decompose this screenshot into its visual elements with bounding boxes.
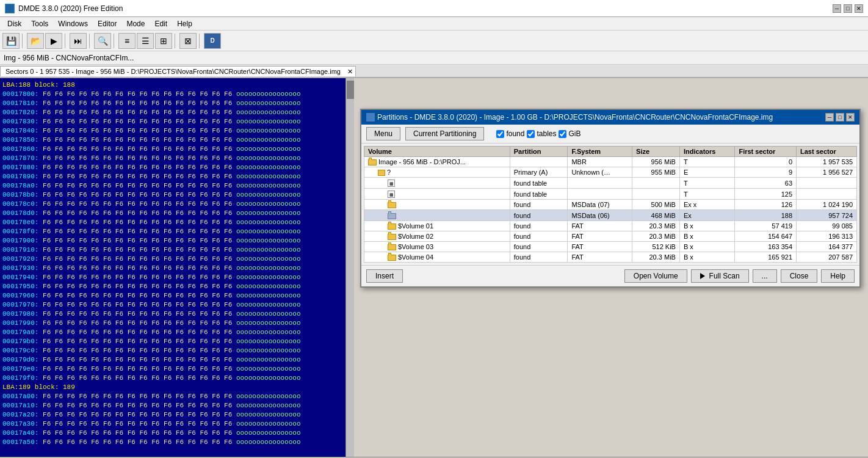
hex-line: 00017900: F6 F6 F6 F6 F6 F6 F6 F6 F6 F6 …	[2, 236, 352, 245]
dialog-maximize-btn[interactable]: □	[836, 113, 844, 122]
table-row[interactable]: ▦ found table T 125	[364, 189, 857, 200]
toolbar-grid-btn[interactable]: ⊞	[155, 33, 172, 49]
found-checkbox[interactable]	[496, 130, 504, 138]
dialog-title-controls[interactable]: ─ □ ✕	[825, 113, 855, 122]
menu-mode[interactable]: Mode	[121, 18, 150, 29]
cell-indicators: E	[679, 167, 734, 178]
dialog-title-bar: Partitions - DMDE 3.8.0 (2020) - Image -…	[361, 110, 859, 125]
menu-editor[interactable]: Editor	[93, 18, 121, 29]
dialog-close-btn[interactable]: ✕	[846, 113, 855, 122]
main-tab[interactable]: Sectors 0 - 1 957 535 - Image - 956 MiB …	[0, 66, 356, 76]
tab-bar: Sectors 0 - 1 957 535 - Image - 956 MiB …	[0, 65, 868, 78]
cell-partition: found	[510, 220, 568, 231]
hex-scrollbar-thumb[interactable]	[347, 81, 354, 99]
hex-line: 000178e0: F6 F6 F6 F6 F6 F6 F6 F6 F6 F6 …	[2, 218, 352, 227]
cell-volume: $Volume 03	[364, 241, 510, 252]
ellipsis-btn[interactable]: ...	[753, 269, 777, 283]
menu-dialog-btn[interactable]: Menu	[366, 127, 400, 140]
app-title: DMDE 3.8.0 (2020) Free Edition	[18, 4, 123, 13]
hex-line: 00017860: F6 F6 F6 F6 F6 F6 F6 F6 F6 F6 …	[2, 145, 352, 154]
table-row[interactable]: ? Primary (A) Unknown (… 955 MiB E 9 1 9…	[364, 167, 857, 178]
minimize-button[interactable]: ─	[833, 4, 841, 13]
hex-scrollbar[interactable]	[345, 78, 354, 457]
open-volume-btn[interactable]: Open Volume	[624, 269, 687, 283]
gib-checkbox-text: GiB	[568, 129, 580, 138]
table-row[interactable]: found MSData (07) 500 MiB Ex x 126 1 024…	[364, 200, 857, 210]
toolbar-disk-btn[interactable]: 💾	[2, 33, 20, 49]
cell-volume	[364, 200, 510, 210]
hex-line: 00017960: F6 F6 F6 F6 F6 F6 F6 F6 F6 F6 …	[2, 291, 352, 300]
close-button[interactable]: ✕	[855, 4, 863, 13]
hex-line: 00017930: F6 F6 F6 F6 F6 F6 F6 F6 F6 F6 …	[2, 264, 352, 273]
partitions-table-container[interactable]: Volume Partition F.System Size Indicator…	[361, 144, 859, 265]
menu-edit[interactable]: Edit	[150, 18, 172, 29]
cell-first-sector: 163 354	[735, 241, 797, 252]
toolbar-play-btn[interactable]: ▶	[45, 33, 62, 49]
dialog-minimize-btn[interactable]: ─	[825, 113, 834, 122]
toolbar-list2-btn[interactable]: ☰	[137, 33, 154, 49]
title-bar-left: DMDE 3.8.0 (2020) Free Edition	[5, 4, 123, 13]
cell-size: 20.3 MiB	[632, 231, 680, 241]
partitions-table: Volume Partition F.System Size Indicator…	[364, 146, 857, 263]
folder-small-icon	[378, 170, 385, 176]
full-scan-btn[interactable]: Full Scan	[691, 269, 749, 283]
hex-line: 00017a00: F6 F6 F6 F6 F6 F6 F6 F6 F6 F6 …	[2, 392, 352, 401]
folder-icon	[388, 224, 396, 230]
toolbar-open-btn[interactable]: 📂	[27, 33, 44, 49]
found-checkbox-label[interactable]: found	[496, 129, 524, 138]
gib-checkbox-label[interactable]: GiB	[559, 129, 580, 138]
table-row[interactable]: Image - 956 MiB - D:\PROJ... MBR 956 MiB…	[364, 157, 857, 167]
breadcrumb-bar: Img - 956 MiB - CNCNovaFrontaCFIm...	[0, 51, 868, 65]
table-icon: ▦	[388, 191, 395, 198]
partitions-dialog[interactable]: Partitions - DMDE 3.8.0 (2020) - Image -…	[360, 109, 861, 288]
menu-help[interactable]: Help	[172, 18, 197, 29]
maximize-button[interactable]: □	[844, 4, 852, 13]
found-checkbox-text: found	[506, 129, 524, 138]
dialog-title-text: Partitions - DMDE 3.8.0 (2020) - Image -…	[377, 113, 773, 122]
toolbar-step-btn[interactable]: ⏭	[70, 33, 87, 49]
table-row[interactable]: $Volume 01 found FAT 20.3 MiB B x 57 419…	[364, 220, 857, 231]
gib-checkbox[interactable]	[559, 130, 566, 138]
cell-size: 956 MiB	[632, 157, 680, 167]
tables-checkbox[interactable]	[527, 130, 535, 138]
toolbar-search-btn[interactable]: 🔍	[94, 33, 111, 49]
hex-lines2-container: 00017a00: F6 F6 F6 F6 F6 F6 F6 F6 F6 F6 …	[2, 392, 352, 447]
title-bar-controls[interactable]: ─ □ ✕	[833, 4, 863, 13]
tab-close-icon[interactable]: ✕	[347, 68, 353, 76]
menu-disk[interactable]: Disk	[2, 18, 26, 29]
table-row[interactable]: $Volume 03 found FAT 512 KiB B x 163 354…	[364, 241, 857, 252]
cell-partition: Primary (A)	[510, 167, 568, 178]
help-btn[interactable]: Help	[821, 269, 855, 283]
dialog-icon	[366, 113, 375, 122]
close-dialog-btn[interactable]: Close	[781, 269, 818, 283]
hex-viewer[interactable]: LBA:188 block: 188 00017800: F6 F6 F6 F6…	[0, 78, 354, 457]
cell-last-sector: 1 956 527	[797, 167, 857, 178]
table-row[interactable]: $Volume 04 found FAT 20.3 MiB B x 165 92…	[364, 252, 857, 262]
table-row[interactable]: found MSData (06) 468 MiB Ex 188 957 724	[364, 210, 857, 220]
folder-icon	[368, 159, 377, 165]
tables-checkbox-text: tables	[537, 129, 556, 138]
play-icon	[700, 273, 705, 279]
table-row[interactable]: $Volume 02 found FAT 20.3 MiB B x 154 64…	[364, 231, 857, 241]
insert-btn[interactable]: Insert	[366, 269, 403, 283]
cell-partition: found	[510, 210, 568, 220]
toolbar-list-btn[interactable]: ≡	[118, 33, 136, 49]
hex-line: 00017910: F6 F6 F6 F6 F6 F6 F6 F6 F6 F6 …	[2, 245, 352, 255]
toolbar-sep-3	[89, 34, 92, 48]
menu-windows[interactable]: Windows	[53, 18, 93, 29]
hex-line: 000178a0: F6 F6 F6 F6 F6 F6 F6 F6 F6 F6 …	[2, 181, 352, 191]
tables-checkbox-label[interactable]: tables	[527, 129, 556, 138]
table-row[interactable]: ▦ found table T 63	[364, 178, 857, 189]
hex-line: 000179a0: F6 F6 F6 F6 F6 F6 F6 F6 F6 F6 …	[2, 328, 352, 337]
current-partitioning-btn[interactable]: Current Partitioning	[405, 127, 484, 140]
hex-line: 00017980: F6 F6 F6 F6 F6 F6 F6 F6 F6 F6 …	[2, 310, 352, 319]
cell-partition: found	[510, 200, 568, 210]
full-scan-label: Full Scan	[709, 272, 740, 280]
cell-volume: ▦	[364, 178, 510, 189]
hex-line: 00017990: F6 F6 F6 F6 F6 F6 F6 F6 F6 F6 …	[2, 319, 352, 328]
toolbar-dmde-btn[interactable]: D	[204, 33, 221, 49]
cell-size: 512 KiB	[632, 241, 680, 252]
menu-tools[interactable]: Tools	[26, 18, 53, 29]
cell-fsystem	[568, 189, 632, 200]
toolbar-partition-btn[interactable]: ⊠	[179, 33, 197, 49]
